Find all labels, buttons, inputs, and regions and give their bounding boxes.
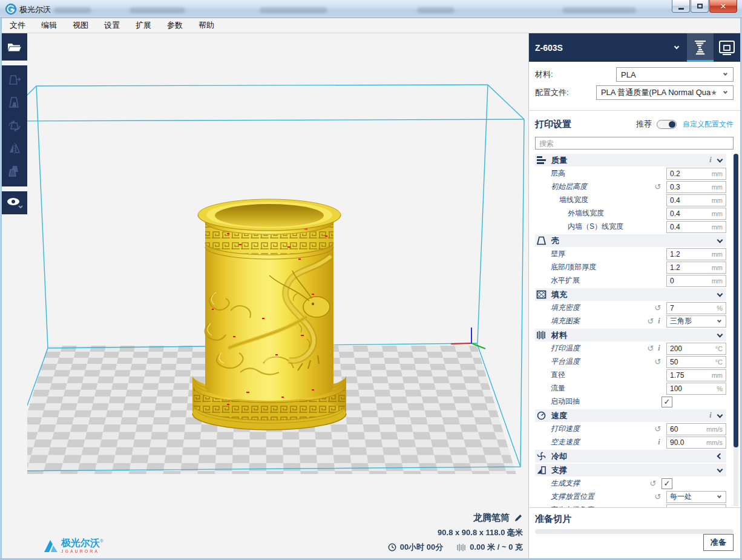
- profile-dropdown[interactable]: PLA 普通质量(PLA Normal Qua ★: [596, 85, 734, 100]
- open-file-button[interactable]: [5, 38, 24, 56]
- collapse-chevron-icon[interactable]: [717, 412, 723, 418]
- rename-pencil-icon[interactable]: [514, 513, 523, 522]
- menu-view[interactable]: 视图: [65, 18, 96, 33]
- recommended-custom-toggle[interactable]: [657, 120, 677, 129]
- reset-icon[interactable]: ↺: [646, 344, 655, 353]
- menu-help[interactable]: 帮助: [191, 18, 222, 33]
- reset-icon[interactable]: ↺: [646, 317, 655, 326]
- model-dragon-pen-holder[interactable]: [192, 199, 346, 430]
- dropdown-field[interactable]: 每一处: [666, 491, 726, 503]
- info-icon[interactable]: i: [655, 317, 663, 326]
- section-infill[interactable]: 填充: [535, 288, 726, 301]
- collapse-chevron-icon[interactable]: [717, 331, 723, 337]
- move-icon: [7, 73, 22, 88]
- search-input[interactable]: [536, 139, 733, 148]
- value-field[interactable]: 0 mm: [666, 275, 726, 287]
- view-mode-button[interactable]: [5, 194, 24, 212]
- section-quality[interactable]: 质量 i: [535, 154, 726, 166]
- material-dropdown[interactable]: PLA: [616, 67, 734, 82]
- maximize-button[interactable]: [691, 0, 709, 13]
- printer-name: Z-603S: [535, 43, 671, 53]
- close-button[interactable]: ✕: [709, 0, 737, 13]
- menu-edit[interactable]: 编辑: [33, 18, 65, 33]
- app-window: 极光尔沃 ✕ 文件 编辑 视图 设置 扩展 参数 帮助: [0, 0, 742, 560]
- info-icon[interactable]: i: [707, 411, 714, 420]
- section-shell[interactable]: 壳: [535, 234, 726, 247]
- rotate-tool-button[interactable]: [5, 117, 24, 135]
- rotate-icon: [7, 118, 22, 134]
- value-field[interactable]: 0.2 mm: [666, 168, 726, 180]
- setting-row: 平台温度 ↺ 50 °C: [535, 355, 726, 368]
- tab-slice-settings[interactable]: [687, 33, 714, 62]
- title-bar: 极光尔沃 ✕: [0, 0, 742, 18]
- toggle-knob: [669, 121, 675, 128]
- reset-icon[interactable]: ↺: [653, 492, 663, 501]
- setting-row: 直径 1.75 mm: [535, 369, 726, 381]
- profile-label: 配置文件:: [535, 87, 596, 98]
- value-field[interactable]: 50 °C: [666, 356, 726, 368]
- collapsed-chevron-icon[interactable]: [717, 453, 723, 460]
- mirror-tool-button[interactable]: [5, 140, 24, 158]
- value-field[interactable]: 90.0 mm/s: [666, 436, 726, 449]
- section-speed[interactable]: 速度 i: [535, 409, 726, 422]
- viewport-3d[interactable]: 龙腾笔筒 90.8 x 90.8 x 118.0 毫米 00小时 00分: [27, 33, 528, 558]
- setting-row: 启动回抽 ✓: [535, 395, 726, 408]
- open-folder-icon: [7, 41, 22, 53]
- prepare-button[interactable]: 准备: [703, 534, 734, 551]
- left-toolbar: [2, 33, 27, 558]
- value-field[interactable]: 0.3 mm: [666, 181, 726, 193]
- minimize-button[interactable]: [672, 0, 690, 13]
- value-field[interactable]: 100 %: [666, 383, 726, 395]
- reset-icon[interactable]: ↺: [653, 182, 663, 191]
- value-field[interactable]: 1.75 mm: [666, 369, 726, 381]
- settings-scrollbar[interactable]: [734, 154, 738, 506]
- slice-progress-bar: [535, 529, 734, 534]
- value-field[interactable]: 7 %: [666, 302, 726, 314]
- reset-icon[interactable]: ↺: [653, 303, 663, 312]
- tab-monitor[interactable]: [714, 33, 740, 62]
- menu-parameters[interactable]: 参数: [159, 18, 191, 33]
- setting-row: 空走速度 i 90.0 mm/s: [535, 436, 726, 449]
- collapse-chevron-icon[interactable]: [717, 237, 723, 243]
- value-field[interactable]: 200 °C: [666, 343, 726, 355]
- info-icon[interactable]: i: [707, 156, 714, 165]
- value-field[interactable]: 60 mm/s: [666, 423, 726, 435]
- dropdown-field[interactable]: 三角形: [666, 315, 726, 328]
- cooling-fan-icon: [536, 452, 547, 461]
- menu-settings[interactable]: 设置: [96, 18, 128, 33]
- settings-search: [535, 137, 734, 150]
- printer-dropdown-chevron-icon[interactable]: [674, 44, 679, 49]
- checkbox-checked[interactable]: ✓: [662, 478, 672, 489]
- reset-icon[interactable]: ↺: [653, 424, 663, 433]
- collapse-chevron-icon[interactable]: [717, 466, 723, 472]
- profile-value: PLA 普通质量(PLA Normal Qua: [601, 87, 711, 98]
- info-icon[interactable]: i: [655, 438, 663, 447]
- collapse-chevron-icon[interactable]: [717, 156, 723, 162]
- scrollbar-thumb[interactable]: [734, 154, 738, 447]
- section-cooling[interactable]: 冷却: [535, 450, 726, 463]
- value-field[interactable]: 0.4 mm: [666, 194, 726, 206]
- section-material[interactable]: 材料: [535, 329, 726, 341]
- menu-file[interactable]: 文件: [2, 18, 33, 33]
- reset-icon[interactable]: ↺: [648, 479, 658, 488]
- move-tool-button[interactable]: [5, 71, 24, 90]
- value-field[interactable]: 0.4 mm: [666, 208, 726, 220]
- reset-icon[interactable]: ↺: [653, 357, 663, 366]
- checkbox-checked[interactable]: ✓: [662, 397, 672, 407]
- print-settings-title: 打印设置: [535, 119, 636, 130]
- menu-extensions[interactable]: 扩展: [128, 18, 159, 33]
- brand-reg-mark: ®: [100, 538, 103, 544]
- chevron-down-icon: [723, 71, 727, 76]
- value-field[interactable]: 0.4 mm: [666, 221, 726, 233]
- per-model-settings-icon: [7, 163, 22, 179]
- scale-tool-button[interactable]: [5, 94, 24, 112]
- chevron-down-icon: [717, 494, 721, 498]
- info-icon[interactable]: i: [655, 344, 663, 353]
- value-field[interactable]: 1.2 mm: [666, 248, 726, 260]
- collapse-chevron-icon[interactable]: [717, 291, 723, 297]
- setting-row: 壁厚 1.2 mm: [535, 248, 726, 260]
- value-field[interactable]: 1.2 mm: [666, 262, 726, 274]
- custom-profile-link[interactable]: 自定义配置文件: [683, 119, 734, 130]
- per-model-settings-button[interactable]: [5, 162, 24, 180]
- section-support[interactable]: 支撑: [535, 464, 726, 476]
